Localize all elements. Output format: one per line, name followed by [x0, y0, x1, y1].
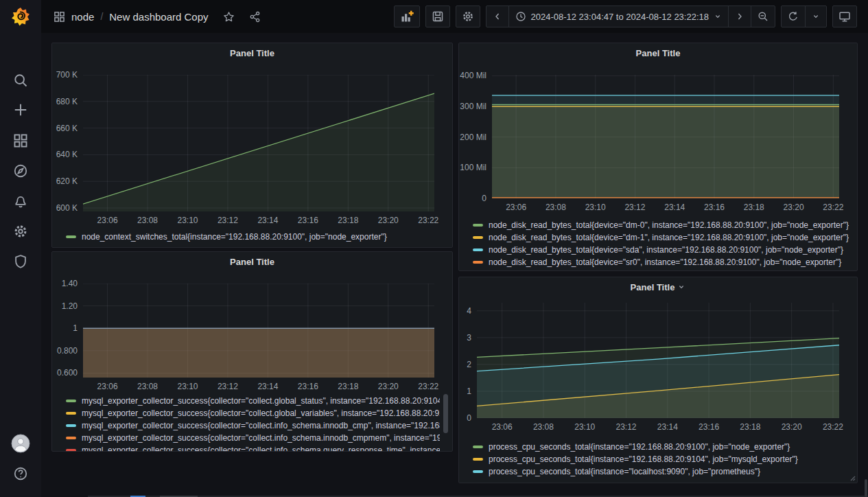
legend-swatch-icon — [473, 446, 483, 448]
legend-swatch-icon — [473, 458, 483, 461]
refresh-interval-caret[interactable] — [805, 6, 826, 27]
dashboard-title[interactable]: New dashboard Copy — [109, 11, 208, 23]
panel-header[interactable]: Panel Title — [459, 43, 857, 62]
breadcrumb-folder[interactable]: node — [71, 11, 94, 23]
star-dashboard-icon[interactable] — [223, 11, 235, 23]
save-dashboard-button[interactable] — [425, 5, 450, 27]
y-axis-tick: 1 — [459, 386, 471, 396]
legend-item[interactable]: process_cpu_seconds_total{instance="192.… — [473, 441, 850, 453]
alerting-bell-icon[interactable] — [0, 189, 41, 213]
x-axis-tick: 23:16 — [291, 382, 325, 391]
legend-label: mysql_exporter_collector_success{collect… — [82, 408, 440, 418]
panel-title[interactable]: Panel Title — [230, 257, 274, 267]
grafana-logo[interactable] — [0, 0, 41, 33]
time-range-picker[interactable]: 2024-08-12 23:04:47 to 2024-08-12 23:22:… — [508, 6, 729, 27]
y-axis-tick: 400 Mil — [459, 71, 486, 80]
dashboard-settings-button[interactable] — [456, 5, 480, 27]
x-axis-tick: 23:18 — [733, 422, 767, 432]
panel-context-switches: Panel Title node_context_switches_total{… — [51, 43, 453, 248]
x-axis-tick: 23:22 — [411, 216, 445, 225]
y-axis-tick: 3 — [459, 333, 471, 343]
x-axis-tick: 23:06 — [499, 203, 533, 212]
panel-header[interactable]: Panel Title — [52, 252, 452, 271]
add-panel-button[interactable] — [394, 5, 420, 27]
legend-item[interactable]: mysql_exporter_collector_success{collect… — [66, 395, 440, 407]
time-range-label: 2024-08-12 23:04:47 to 2024-08-12 23:22:… — [531, 12, 709, 22]
legend-item[interactable]: process_cpu_seconds_total{instance="loca… — [473, 465, 850, 478]
x-axis-tick: 23:12 — [609, 422, 644, 432]
configuration-gear-icon[interactable] — [0, 219, 41, 244]
page-scrollbar-thumb[interactable] — [865, 479, 867, 497]
panel-resize-handle[interactable] — [849, 474, 856, 481]
x-axis-tick: 23:20 — [777, 203, 811, 212]
create-plus-icon[interactable] — [0, 97, 41, 122]
legend-label: process_cpu_seconds_total{instance="192.… — [489, 454, 798, 464]
time-series-chart[interactable] — [83, 284, 434, 378]
time-series-chart[interactable] — [83, 75, 434, 211]
panel-mysql-collector-success: Panel Title mysql_exporter_collector_suc… — [51, 251, 453, 452]
panel-title[interactable]: Panel Title — [636, 48, 681, 58]
panel-header[interactable]: Panel Title — [459, 277, 857, 297]
chart-legend: node_disk_read_bytes_total{device="dm-0"… — [473, 219, 850, 268]
chart-legend: process_cpu_seconds_total{instance="192.… — [473, 441, 850, 478]
legend-item[interactable]: node_disk_read_bytes_total{device="dm-0"… — [473, 219, 850, 231]
legend-swatch-icon — [66, 424, 76, 427]
legend-item[interactable]: node_disk_read_bytes_total{device="sda",… — [473, 244, 850, 256]
panel-menu-caret-icon[interactable] — [677, 283, 685, 291]
legend-item[interactable]: mysql_exporter_collector_success{collect… — [66, 444, 440, 452]
x-axis-tick: 23:10 — [567, 422, 602, 432]
panel-title[interactable]: Panel Title — [631, 282, 675, 292]
legend-item[interactable]: mysql_exporter_collector_success{collect… — [66, 407, 440, 419]
cycle-view-mode-button[interactable] — [832, 5, 857, 27]
legend-item[interactable]: mysql_exporter_collector_success{collect… — [66, 432, 440, 444]
x-axis-tick: 23:10 — [170, 382, 204, 391]
legend-scrollbar[interactable] — [443, 394, 448, 433]
time-shift-forward-button[interactable] — [728, 6, 751, 27]
y-axis-tick: 680 K — [52, 97, 78, 106]
chart-legend: mysql_exporter_collector_success{collect… — [66, 395, 440, 452]
x-axis-tick: 23:10 — [170, 216, 204, 225]
zoom-out-time-button[interactable] — [751, 6, 775, 27]
y-axis-tick: 0.800 — [52, 346, 78, 356]
legend-swatch-icon — [66, 437, 76, 439]
x-axis-tick: 23:08 — [130, 216, 165, 225]
x-axis-tick: 23:14 — [250, 382, 285, 391]
x-axis-tick: 23:18 — [331, 382, 365, 391]
legend-item[interactable]: node_disk_read_bytes_total{device="sr0",… — [473, 256, 850, 268]
legend-item[interactable]: node_disk_read_bytes_total{device="dm-1"… — [473, 231, 850, 244]
time-series-chart[interactable] — [492, 75, 839, 198]
x-axis-tick: 23:12 — [211, 382, 245, 391]
x-axis-tick: 23:08 — [130, 382, 165, 391]
panel-title[interactable]: Panel Title — [230, 48, 274, 58]
x-axis-tick: 23:22 — [816, 203, 850, 212]
server-admin-shield-icon[interactable] — [0, 249, 41, 274]
panel-process-cpu-seconds: Panel Title process_cpu_seconds_total{in… — [458, 277, 858, 483]
grafana-dashboard: node / New dashboard Copy — [0, 0, 868, 497]
dashboards-icon[interactable] — [0, 128, 41, 153]
breadcrumb-separator: / — [100, 11, 103, 22]
legend-item[interactable]: node_context_switches_total{instance="19… — [66, 231, 445, 243]
legend-item[interactable]: mysql_exporter_collector_success{collect… — [66, 419, 440, 432]
legend-item[interactable]: process_cpu_seconds_total{instance="192.… — [473, 453, 850, 465]
panel-disk-read-bytes: Panel Title node_disk_read_bytes_total{d… — [458, 43, 858, 271]
explore-compass-icon[interactable] — [0, 159, 41, 183]
x-axis-tick: 23:20 — [371, 216, 406, 225]
help-icon[interactable] — [0, 461, 41, 486]
y-axis-tick: 4 — [459, 306, 471, 316]
panel-header[interactable]: Panel Title — [52, 43, 452, 62]
legend-label: node_context_switches_total{instance="19… — [82, 232, 387, 242]
breadcrumb: node / New dashboard Copy — [54, 11, 261, 23]
y-axis-tick: 300 Mil — [459, 102, 486, 111]
x-axis-tick: 23:14 — [650, 422, 685, 432]
legend-swatch-icon — [66, 235, 76, 238]
share-dashboard-icon[interactable] — [249, 11, 261, 23]
refresh-button[interactable] — [782, 6, 805, 27]
legend-swatch-icon — [66, 449, 76, 452]
user-avatar[interactable] — [0, 431, 41, 456]
x-axis-tick: 23:18 — [737, 203, 771, 212]
y-axis-tick: 1 — [52, 323, 78, 333]
search-icon[interactable] — [0, 68, 41, 93]
x-axis-tick: 23:08 — [539, 203, 573, 212]
time-series-chart[interactable] — [477, 303, 839, 418]
time-shift-back-button[interactable] — [486, 6, 508, 27]
